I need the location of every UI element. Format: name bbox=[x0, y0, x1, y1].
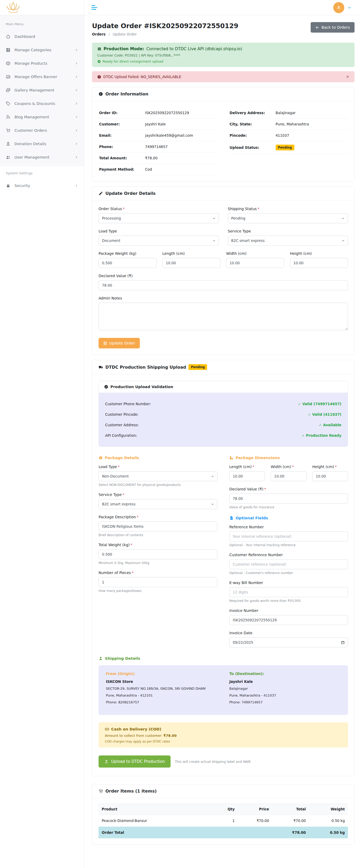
package-dimensions-heading: Package Dimensions bbox=[236, 456, 280, 460]
cod-note: COD charges may apply as per DTDC rates bbox=[105, 740, 341, 743]
eway-bill-input[interactable] bbox=[229, 587, 348, 597]
sidebar-item-manage-offers-banner[interactable]: Manage Offers Banner bbox=[0, 70, 84, 83]
page-title: Update Order #ISK20250922072550129 bbox=[92, 22, 238, 30]
order-status-select[interactable]: Processing bbox=[99, 213, 219, 223]
length-input[interactable] bbox=[162, 258, 221, 268]
dtdc-declared-value-input[interactable] bbox=[229, 494, 348, 503]
upload-status-row: Upload Status: Pending bbox=[229, 141, 348, 154]
dtdc-header: DTDC Production Shipping Upload bbox=[105, 365, 186, 370]
info-icon bbox=[99, 92, 103, 96]
item-total: ₹70.00 bbox=[272, 815, 309, 827]
hamburger-menu-icon[interactable] bbox=[92, 5, 98, 10]
reference-number-input[interactable] bbox=[229, 531, 348, 541]
chevron-right-icon bbox=[75, 116, 78, 119]
update-order-button[interactable]: Update Order bbox=[99, 338, 140, 348]
sidebar-item-label: Donation Details bbox=[14, 142, 46, 146]
invoice-number-input[interactable] bbox=[229, 615, 348, 625]
save-icon bbox=[103, 341, 107, 345]
sidebar-main-menu-section: Main Menu Dashboard Manage Categories Ma… bbox=[0, 15, 84, 166]
topbar: A bbox=[84, 0, 359, 15]
order-information-card: Order Information Order ID:ISK2025092207… bbox=[92, 87, 355, 182]
home-icon bbox=[6, 34, 10, 39]
cart-icon bbox=[6, 128, 10, 133]
sidebar-item-blog-management[interactable]: Blog Management bbox=[0, 110, 84, 124]
sidebar-item-user-management[interactable]: User Management bbox=[0, 150, 84, 164]
delivery-address-row: Delivery Address:Balajinagar bbox=[229, 107, 348, 119]
order-total-weight: 0.50 kg bbox=[309, 827, 348, 839]
total-amount-row: Total Amount:₹78.00 bbox=[99, 153, 218, 164]
chevron-right-icon bbox=[75, 184, 78, 187]
tag-icon bbox=[6, 101, 10, 106]
money-icon bbox=[105, 727, 109, 731]
calendar-icon[interactable] bbox=[341, 641, 345, 645]
sidebar-item-label: Manage Products bbox=[14, 61, 47, 65]
sidebar: Main Menu Dashboard Manage Categories Ma… bbox=[0, 0, 84, 868]
payment-method-row: Payment Method:Cod bbox=[99, 164, 218, 175]
validation-pincode-row: Customer Pincode:✓ Valid (411037) bbox=[105, 409, 341, 420]
breadcrumb-orders-link[interactable]: Orders bbox=[92, 32, 106, 36]
invoice-date-field: Invoice Date bbox=[229, 631, 348, 647]
customer-reference-field: Customer Reference Number Optional - Cus… bbox=[229, 553, 348, 575]
validation-phone-row: Customer Phone Number:✓ Valid (749971465… bbox=[105, 399, 341, 409]
customer-row: Customer:Jayshri Kale bbox=[99, 119, 218, 130]
sidebar-item-label: User Management bbox=[14, 155, 50, 159]
invoice-date-input[interactable] bbox=[229, 638, 348, 647]
sidebar-item-manage-products[interactable]: Manage Products bbox=[0, 57, 84, 70]
admin-notes-field: Admin Notes bbox=[99, 296, 348, 331]
shipping-details-heading: Shipping Details bbox=[105, 656, 140, 660]
service-type-field: Service Type B2C smart express bbox=[228, 229, 348, 246]
dtdc-load-type-select[interactable]: Non-Document bbox=[99, 471, 217, 481]
order-status-field: Order Status* Processing bbox=[99, 207, 219, 223]
service-type-select[interactable]: B2C smart express bbox=[228, 236, 348, 246]
chevron-down-icon[interactable] bbox=[348, 5, 352, 10]
dtdc-width-input[interactable] bbox=[271, 471, 306, 481]
height-input[interactable] bbox=[290, 258, 348, 268]
file-icon bbox=[229, 516, 234, 520]
cod-title: Cash on Delivery (COD) bbox=[111, 727, 161, 731]
sidebar-item-customer-orders[interactable]: Customer Orders bbox=[0, 124, 84, 137]
sidebar-item-dashboard[interactable]: Dashboard bbox=[0, 30, 84, 43]
arrow-left-icon bbox=[315, 26, 319, 29]
upload-to-dtdc-button[interactable]: Upload to DTDC Production bbox=[99, 755, 170, 768]
cod-box: Cash on Delivery (COD) Amount to collect… bbox=[99, 722, 348, 748]
height-field: Height (cm) bbox=[290, 251, 348, 268]
back-to-orders-button[interactable]: Back to Orders bbox=[311, 22, 355, 33]
package-details-column: Package Details Load Type* Non-Document … bbox=[99, 456, 217, 647]
page-content: Update Order #ISK20250922072550129 Order… bbox=[84, 15, 359, 847]
load-type-select[interactable]: Document bbox=[99, 236, 219, 246]
dtdc-length-input[interactable] bbox=[229, 471, 265, 481]
sidebar-item-manage-categories[interactable]: Manage Categories bbox=[0, 43, 84, 57]
chevron-down-icon bbox=[213, 239, 216, 242]
item-qty: 1 bbox=[214, 815, 238, 827]
dtdc-height-input[interactable] bbox=[312, 471, 348, 481]
declared-value-input[interactable] bbox=[99, 280, 348, 290]
customer-reference-input[interactable] bbox=[229, 559, 348, 569]
shipping-status-field: Shipping Status* Pending bbox=[228, 207, 348, 223]
ship-to-block: To (Destination): Jayshri Kale Balajinag… bbox=[229, 672, 341, 707]
dtdc-service-type-select[interactable]: B2C smart express bbox=[99, 499, 217, 509]
total-weight-input[interactable] bbox=[99, 549, 217, 559]
sidebar-item-coupons-discounts[interactable]: Coupons & Discounts bbox=[0, 97, 84, 110]
package-weight-input[interactable] bbox=[99, 258, 157, 268]
chevron-down-icon bbox=[213, 217, 216, 220]
package-description-input[interactable] bbox=[99, 521, 217, 531]
sidebar-item-donation-details[interactable]: Donation Details bbox=[0, 137, 84, 150]
order-items-card: Order Items (1 items) Product Qty Price … bbox=[92, 784, 355, 845]
update-order-details-header: Update Order Details bbox=[105, 191, 156, 196]
admin-notes-textarea[interactable] bbox=[99, 303, 348, 330]
avatar[interactable]: A bbox=[333, 2, 344, 13]
shipping-status-select[interactable]: Pending bbox=[228, 213, 348, 223]
production-mode-banner: Production Mode: Connected to DTDC Live … bbox=[92, 42, 355, 67]
declared-value-field: Declared Value (₹) bbox=[99, 274, 348, 290]
sidebar-item-gallery-management[interactable]: Gallery Management bbox=[0, 83, 84, 97]
number-of-pieces-input[interactable] bbox=[99, 577, 217, 587]
cod-amount: ₹78.00 bbox=[163, 734, 176, 738]
edit-icon bbox=[99, 191, 103, 196]
ready-text: Ready for direct consignment upload bbox=[102, 59, 163, 63]
width-input[interactable] bbox=[226, 258, 284, 268]
chevron-right-icon bbox=[75, 89, 78, 92]
validation-header: Production Upload Validation bbox=[110, 385, 173, 389]
breadcrumb: Orders / Update Order bbox=[92, 32, 238, 36]
close-icon[interactable]: ✕ bbox=[346, 75, 349, 79]
sidebar-item-security[interactable]: Security bbox=[0, 179, 84, 192]
